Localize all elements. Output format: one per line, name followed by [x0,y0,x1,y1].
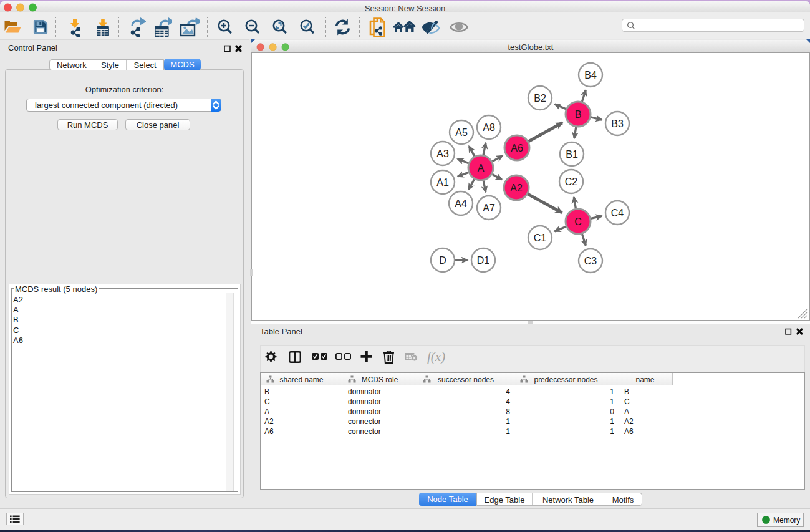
svg-text:A: A [478,163,485,173]
svg-text:A6: A6 [511,143,523,153]
svg-text:B2: B2 [534,93,546,104]
svg-text:A8: A8 [483,122,495,133]
svg-text:A5: A5 [455,127,468,138]
svg-text:B: B [575,109,582,120]
svg-text:C3: C3 [584,256,597,266]
svg-text:A4: A4 [455,198,467,209]
svg-text:B3: B3 [611,118,624,129]
svg-text:A7: A7 [483,203,495,213]
svg-text:A3: A3 [436,148,449,159]
svg-text:C1: C1 [534,233,547,243]
svg-text:B4: B4 [584,70,597,80]
svg-text:B1: B1 [566,149,578,160]
svg-text:C4: C4 [611,208,624,218]
svg-text:C2: C2 [565,177,578,187]
svg-text:D1: D1 [477,255,490,266]
svg-text:C: C [574,216,582,227]
svg-text:A1: A1 [436,177,449,188]
svg-text:A2: A2 [510,183,523,193]
svg-text:D: D [439,255,446,266]
